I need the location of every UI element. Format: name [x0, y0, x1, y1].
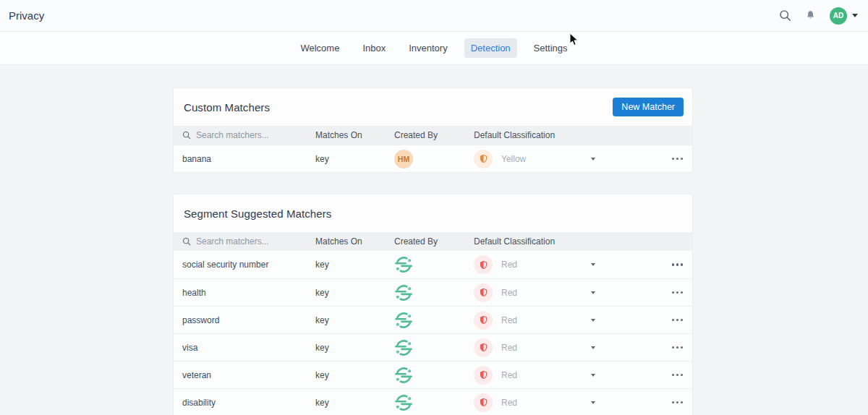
shield-icon — [474, 311, 493, 330]
tab-inventory[interactable]: Inventory — [402, 38, 454, 58]
shield-icon — [474, 283, 493, 302]
classification-value: Red — [501, 398, 591, 408]
matcher-name: password — [174, 315, 315, 325]
table-header: Matches On Created By Default Classifica… — [174, 232, 692, 251]
matches-on-value: key — [315, 315, 394, 325]
matches-on-value: key — [315, 260, 394, 270]
matcher-name: disability — [174, 398, 315, 408]
table-row: social security number key Red — [174, 251, 692, 278]
tab-inbox[interactable]: Inbox — [356, 38, 392, 58]
column-header-matches-on: Matches On — [315, 130, 394, 140]
classification-value: Red — [501, 260, 591, 270]
classification-value: Red — [501, 288, 591, 298]
classification-dropdown-caret-icon[interactable] — [591, 401, 595, 404]
segment-matchers-header: Segment Suggested Matchers — [174, 194, 692, 232]
matches-on-value: key — [315, 343, 394, 353]
chevron-down-icon[interactable] — [852, 14, 858, 17]
shield-icon — [474, 338, 493, 357]
row-menu-dots-icon[interactable] — [672, 155, 684, 163]
table-header: Matches On Created By Default Classifica… — [174, 126, 692, 145]
row-menu-dots-icon[interactable] — [672, 316, 684, 325]
avatar[interactable]: AD — [830, 7, 847, 25]
classification-value: Red — [501, 370, 591, 380]
classification-value: Red — [501, 315, 591, 325]
matcher-name: health — [174, 288, 315, 298]
matcher-name: visa — [174, 343, 315, 353]
row-menu-dots-icon[interactable] — [672, 288, 684, 297]
section-title: Custom Matchers — [184, 101, 270, 114]
new-matcher-button[interactable]: New Matcher — [613, 98, 684, 116]
classification-cell: Red — [474, 366, 692, 385]
custom-matchers-card: Custom Matchers New Matcher Matches On C… — [173, 87, 693, 173]
table-row: password key Red — [174, 306, 692, 333]
classification-cell: Red — [474, 311, 692, 330]
search-matchers-input[interactable] — [196, 236, 305, 247]
matches-on-value: key — [315, 154, 394, 164]
row-menu-dots-icon[interactable] — [672, 260, 684, 269]
segment-logo-icon — [394, 393, 474, 412]
shield-icon — [474, 150, 493, 168]
row-menu-dots-icon[interactable] — [672, 371, 684, 380]
column-header-default-classification: Default Classification — [474, 130, 692, 140]
classification-dropdown-caret-icon[interactable] — [591, 346, 595, 349]
search-matchers-cell — [174, 236, 315, 247]
column-header-default-classification: Default Classification — [474, 236, 692, 247]
segment-logo-icon — [394, 255, 474, 274]
created-by-cell — [394, 393, 474, 412]
classification-dropdown-caret-icon[interactable] — [591, 263, 595, 266]
classification-dropdown-caret-icon[interactable] — [591, 291, 595, 294]
main-nav: Welcome Inbox Inventory Detection Settin… — [0, 32, 868, 65]
custom-matchers-header: Custom Matchers New Matcher — [174, 88, 692, 126]
classification-value: Yellow — [501, 154, 591, 164]
tab-detection[interactable]: Detection — [464, 38, 517, 58]
row-menu-dots-icon[interactable] — [672, 343, 684, 352]
user-menu[interactable]: AD — [830, 7, 858, 25]
segment-logo-icon — [394, 366, 474, 385]
table-row: disability key Red — [174, 388, 692, 415]
created-by-cell — [394, 338, 474, 357]
column-header-created-by: Created By — [394, 130, 474, 140]
tab-welcome[interactable]: Welcome — [294, 38, 346, 58]
matches-on-value: key — [315, 288, 394, 298]
created-by-cell: HM — [394, 150, 474, 168]
topbar-actions: AD — [779, 7, 858, 25]
segment-logo-icon — [394, 283, 474, 302]
shield-icon — [474, 255, 493, 274]
classification-dropdown-caret-icon[interactable] — [591, 319, 595, 322]
classification-cell: Red — [474, 393, 692, 412]
bell-icon[interactable] — [804, 9, 817, 22]
search-matchers-input[interactable] — [196, 130, 305, 140]
table-row: veteran key Red — [174, 361, 692, 388]
classification-cell: Red — [474, 283, 692, 302]
table-row: health key Red — [174, 278, 692, 306]
creator-avatar: HM — [394, 150, 413, 168]
classification-cell: Red — [474, 338, 692, 357]
column-header-created-by: Created By — [394, 236, 474, 247]
shield-icon — [474, 393, 493, 412]
tab-settings[interactable]: Settings — [527, 38, 574, 58]
created-by-cell — [394, 255, 474, 274]
classification-cell: Yellow — [474, 150, 692, 168]
matches-on-value: key — [315, 398, 394, 408]
search-icon[interactable] — [779, 9, 791, 22]
search-icon — [182, 237, 191, 246]
classification-value: Red — [501, 343, 591, 353]
shield-icon — [474, 366, 493, 385]
matcher-name: banana — [174, 154, 315, 164]
search-matchers-cell — [174, 130, 315, 140]
page-title: Privacy — [9, 9, 44, 22]
segment-logo-icon — [394, 311, 474, 330]
classification-dropdown-caret-icon[interactable] — [591, 158, 595, 161]
segment-matchers-card: Segment Suggested Matchers Matches On Cr… — [173, 194, 693, 415]
segment-logo-icon — [394, 338, 474, 357]
matcher-name: veteran — [174, 370, 315, 380]
section-title: Segment Suggested Matchers — [184, 208, 331, 220]
created-by-cell — [394, 366, 474, 385]
topbar: Privacy AD — [0, 0, 868, 32]
column-header-matches-on: Matches On — [315, 236, 394, 247]
classification-cell: Red — [474, 255, 692, 274]
classification-dropdown-caret-icon[interactable] — [591, 374, 595, 377]
created-by-cell — [394, 283, 474, 302]
row-menu-dots-icon[interactable] — [672, 398, 684, 407]
matches-on-value: key — [315, 370, 394, 380]
